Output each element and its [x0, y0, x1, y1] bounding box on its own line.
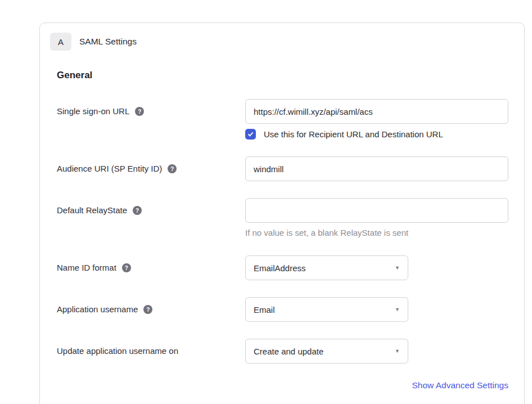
field-row-update-app-username: Update application username on Create an…: [57, 339, 507, 363]
field-row-single-sign-on-url: Single sign-on URL ? Use this for Recipi…: [57, 99, 507, 140]
checkmark-icon: [247, 131, 254, 138]
card-title: SAML Settings: [79, 37, 137, 47]
sso-url-label: Single sign-on URL: [57, 106, 129, 117]
update-app-username-select[interactable]: Create and update ▼: [245, 339, 408, 363]
recipient-url-checkbox[interactable]: [245, 129, 256, 140]
section-heading-general: General: [57, 70, 507, 81]
help-icon[interactable]: ?: [168, 164, 177, 173]
card-header: A SAML Settings: [50, 33, 507, 51]
audience-uri-label: Audience URI (SP Entity ID): [57, 163, 162, 174]
field-row-name-id-format: Name ID format ? EmailAddress ▼: [57, 255, 507, 280]
help-icon[interactable]: ?: [143, 305, 152, 314]
help-icon[interactable]: ?: [122, 263, 131, 272]
audience-uri-input[interactable]: [245, 156, 508, 181]
help-icon[interactable]: ?: [135, 107, 144, 116]
name-id-format-selected-value: EmailAddress: [254, 263, 306, 273]
chevron-down-icon: ▼: [395, 266, 400, 271]
default-relaystate-label: Default RelayState: [57, 205, 127, 216]
saml-settings-card: A SAML Settings General Single sign-on U…: [39, 23, 525, 404]
application-username-selected-value: Email: [254, 305, 275, 315]
chevron-down-icon: ▼: [395, 307, 400, 312]
section-badge: A: [50, 33, 71, 51]
default-relaystate-input[interactable]: [245, 198, 508, 223]
update-app-username-selected-value: Create and update: [254, 347, 323, 356]
name-id-format-select[interactable]: EmailAddress ▼: [245, 255, 408, 280]
help-icon[interactable]: ?: [133, 206, 142, 215]
advanced-settings-row: Show Advanced Settings: [57, 380, 508, 390]
field-row-audience-uri: Audience URI (SP Entity ID) ?: [57, 156, 507, 181]
name-id-format-label: Name ID format: [57, 262, 116, 273]
show-advanced-settings-link[interactable]: Show Advanced Settings: [412, 380, 508, 390]
application-username-label: Application username: [57, 304, 138, 315]
relaystate-hint: If no value is set, a blank RelayState i…: [245, 227, 508, 239]
application-username-select[interactable]: Email ▼: [245, 297, 408, 322]
field-row-default-relaystate: Default RelayState ? If no value is set,…: [57, 198, 507, 239]
recipient-url-checkbox-label[interactable]: Use this for Recipient URL and Destinati…: [264, 129, 443, 139]
update-app-username-label: Update application username on: [57, 345, 178, 357]
recipient-url-checkbox-row: Use this for Recipient URL and Destinati…: [245, 129, 508, 140]
field-row-application-username: Application username ? Email ▼: [57, 297, 507, 322]
chevron-down-icon: ▼: [395, 349, 400, 354]
sso-url-input[interactable]: [245, 99, 508, 124]
